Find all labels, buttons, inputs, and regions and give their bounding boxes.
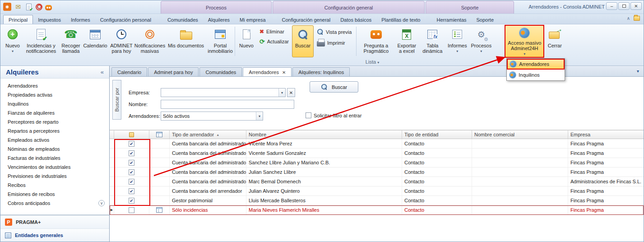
- table-row[interactable]: ✔Cuenta bancaria del administradorMarc B…: [110, 177, 644, 186]
- notifications-icon[interactable]: [36, 4, 42, 10]
- tab-configuracion-general[interactable]: Configuración general: [277, 15, 336, 24]
- informes-button[interactable]: Informes ▾: [445, 25, 469, 57]
- sidebar-item-recibos[interactable]: Recibos: [0, 181, 109, 190]
- tab-impuestos[interactable]: Impuestos: [33, 15, 66, 24]
- tab-comunidades[interactable]: Comunidades: [162, 15, 203, 24]
- nuevo-button[interactable]: Nuevo ▾: [2, 25, 23, 57]
- doc-tab-calendario[interactable]: Calendario: [111, 67, 147, 76]
- tabla-dinamica-button[interactable]: Tabla dinámica: [419, 25, 445, 57]
- tab-principal[interactable]: Principal: [3, 15, 33, 24]
- sidebar-collapse-icon[interactable]: «: [101, 69, 104, 75]
- tab-list-dropdown-icon[interactable]: ▾: [637, 69, 639, 74]
- mis-documentos-button[interactable]: Mis documentos: [165, 25, 207, 57]
- buscar-button[interactable]: Buscar: [292, 25, 314, 57]
- nuevo-registro-button[interactable]: Nuevo: [236, 25, 256, 57]
- table-row[interactable]: ✔Cuenta bancaria del administradorJulian…: [110, 168, 644, 177]
- row-checkbox[interactable]: ✔: [129, 141, 134, 147]
- folder-quick-icon[interactable]: [634, 16, 640, 21]
- row-checkbox[interactable]: ✔: [129, 169, 134, 175]
- buscar-filter-button[interactable]: Buscar: [310, 81, 358, 93]
- column-header-tipo-de-arrendador[interactable]: Tipo de arrendador▲: [170, 130, 246, 139]
- nombre-input[interactable]: [161, 100, 294, 109]
- sidebar-item-arrendadores[interactable]: Arrendadores: [0, 81, 109, 90]
- doc-tab-alquileres-inquilinos[interactable]: Alquileres: Inquilinos: [292, 67, 350, 76]
- sidebar-item-nominas-de-empleados[interactable]: Nóminas de empleados: [0, 144, 109, 154]
- checkbox-cell[interactable]: ✔: [114, 186, 149, 195]
- cerrar-button[interactable]: Cerrar: [544, 25, 565, 57]
- sidebar-item-inquilinos[interactable]: Inquilinos: [0, 99, 109, 108]
- procesos-button[interactable]: Procesos ▾: [469, 25, 493, 57]
- row-checkbox[interactable]: ✔: [129, 198, 134, 204]
- pregunta-pragmatico-button[interactable]: Pregunta a Pragmático: [358, 25, 394, 57]
- pragmatico-icon[interactable]: [45, 5, 52, 10]
- sidebar-item-empleados-activos[interactable]: Empleados activos: [0, 135, 109, 144]
- table-row[interactable]: ✔Cuenta bancaria del arrendadorJulian Al…: [110, 186, 644, 196]
- chevron-down-icon[interactable]: ▾: [256, 112, 263, 120]
- sidebar-item-vencimientos-de-industriales[interactable]: Vencimientos de industriales: [0, 163, 109, 172]
- recoger-llamada-button[interactable]: Recoger llamada: [59, 25, 83, 57]
- ribbon-group-lista[interactable]: Lista ▾: [361, 59, 384, 65]
- restore-button[interactable]: [618, 2, 630, 10]
- doc-tab-adminet-para-hoy[interactable]: Adminet para hoy: [148, 67, 199, 76]
- acceso-masivo-button[interactable]: Acceso masivo Adminet24H ▾ ArrendadoresI…: [505, 25, 544, 57]
- arrendadores-combo[interactable]: Sólo activos ▾: [161, 112, 263, 121]
- checkbox-cell[interactable]: ✔: [114, 168, 149, 177]
- portal-inmobiliario-button[interactable]: Portal inmobiliario: [207, 25, 233, 57]
- empresa-combo[interactable]: ▾: [161, 88, 286, 97]
- row-checkbox[interactable]: ✔: [129, 160, 134, 166]
- vista-previa-button[interactable]: Vista previa: [315, 28, 354, 36]
- empresa-clear-button[interactable]: ✕: [287, 88, 295, 97]
- column-header-nombre-comercial[interactable]: Nombre comercial: [472, 130, 568, 139]
- tab-soporte[interactable]: Soporte: [472, 15, 499, 24]
- sidebar-section-pragma[interactable]: PRAGMA+: [0, 215, 109, 228]
- app-icon[interactable]: [3, 3, 11, 11]
- chevron-down-icon[interactable]: ▾: [278, 88, 285, 97]
- checkbox-cell[interactable]: [114, 205, 149, 214]
- tab-mi-empresa[interactable]: Mi empresa: [235, 15, 270, 24]
- row-checkbox[interactable]: [129, 207, 134, 213]
- menu-item-inquilinos[interactable]: Inquilinos: [507, 70, 565, 80]
- sidebar-section-entidades-generales[interactable]: Entidades generales: [0, 228, 109, 242]
- table-row[interactable]: ✔Cuenta bancaria del administradorVicent…: [110, 139, 644, 149]
- eliminar-button[interactable]: Eliminar: [257, 28, 291, 36]
- table-row[interactable]: ✔Gestor patrimonialLluis Mercade Ballest…: [110, 196, 644, 205]
- row-checkbox[interactable]: ✔: [129, 179, 134, 185]
- actualizar-button[interactable]: Actualizar: [257, 37, 291, 46]
- notificaciones-masivas-button[interactable]: Notificaciones masivas: [135, 25, 165, 57]
- incidencias-button[interactable]: Incidencias y notificaciones: [23, 25, 59, 57]
- solicitar-filtro-checkbox-row[interactable]: Solicitar filtro al entrar: [306, 112, 361, 118]
- sidebar-item-propiedades-activas[interactable]: Propiedades activas: [0, 90, 109, 99]
- tab-datos-basicos[interactable]: Datos básicos: [335, 15, 376, 24]
- sidebar-item-repartos-a-perceptores[interactable]: Repartos a perceptores: [0, 126, 109, 135]
- table-row[interactable]: ✔Cuenta bancaria del administradorSanche…: [110, 158, 644, 168]
- tab-plantillas-de-texto[interactable]: Plantillas de texto: [376, 15, 425, 24]
- tab-configuracion-personal[interactable]: Configuración personal: [95, 15, 156, 24]
- minimize-button[interactable]: –: [606, 2, 617, 10]
- sidebar-item-fianzas-de-alquileres[interactable]: Fianzas de alquileres: [0, 108, 109, 117]
- solicitar-filtro-checkbox[interactable]: [306, 112, 311, 118]
- table-row[interactable]: ✔Cuenta bancaria del administradorVicent…: [110, 149, 644, 158]
- row-checkbox[interactable]: ✔: [129, 188, 134, 194]
- imprimir-button[interactable]: Imprimir: [315, 38, 354, 47]
- sidebar-item-cobros-anticipados[interactable]: Cobros anticipados∨: [0, 199, 109, 208]
- sidebar-item-facturas-de-industriales[interactable]: Facturas de industriales: [0, 154, 109, 163]
- row-checkbox[interactable]: ✔: [129, 150, 134, 156]
- close-button[interactable]: ✕: [630, 2, 642, 10]
- exportar-excel-button[interactable]: Exportar a excel: [394, 25, 419, 57]
- tab-informes[interactable]: Informes: [66, 15, 95, 24]
- checkbox-cell[interactable]: ✔: [114, 149, 149, 158]
- sidebar-item-emisiones-de-recibos[interactable]: Emisiones de recibos: [0, 190, 109, 199]
- menu-item-arrendadores[interactable]: Arrendadores: [507, 59, 565, 70]
- sidebar-item-perceptores-de-reparto[interactable]: Perceptores de reparto: [0, 117, 109, 126]
- checkbox-cell[interactable]: ✔: [114, 158, 149, 167]
- tab-close-icon[interactable]: ✕: [282, 70, 286, 75]
- column-header-tipo-de-entidad[interactable]: Tipo de entidad: [402, 130, 472, 139]
- filter-side-tab[interactable]: Buscar por: [112, 80, 121, 120]
- sidebar-item-previsiones-de-industriales[interactable]: Previsiones de industriales: [0, 172, 109, 181]
- mail-icon[interactable]: [14, 3, 22, 11]
- doc-tab-comunidades[interactable]: Comunidades: [199, 67, 242, 76]
- table-row[interactable]: ▶Sólo incidenciasMaria Nieves Flamerich …: [110, 205, 644, 215]
- incidencias-quick-icon[interactable]: [25, 3, 33, 11]
- ribbon-collapse-icon[interactable]: ∧: [627, 16, 630, 21]
- icon-column-header[interactable]: [149, 130, 170, 139]
